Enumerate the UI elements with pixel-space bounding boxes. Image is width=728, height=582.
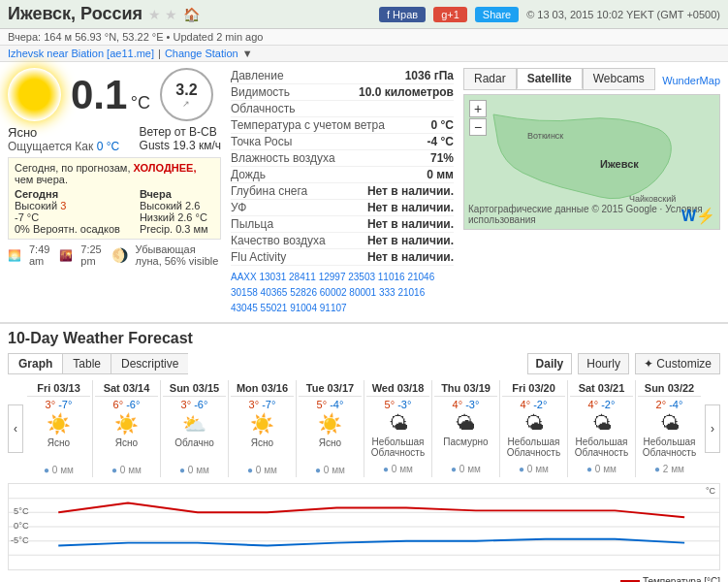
detail-value: Нет в наличии.	[367, 201, 454, 214]
temp-hi: 2°	[656, 399, 667, 410]
detail-value: Нет в наличии.	[367, 217, 454, 231]
star-icons: ★ ★	[148, 7, 177, 22]
temp-lo: -7°	[262, 399, 275, 410]
detail-label: Качество воздуха	[231, 234, 326, 247]
detail-row: Температура с учетом ветра0 °С	[231, 117, 454, 134]
temp-lo: -6°	[194, 399, 207, 410]
day-column: Sat 03/14 6° -6° ☀️ Ясно ● 0 мм	[93, 380, 161, 477]
tab-graph[interactable]: Graph	[8, 353, 62, 374]
wlink-numbers: АAXX 13031 28411 12997 23503 11016 21046…	[231, 270, 454, 316]
day-icon: ⛅	[163, 412, 226, 436]
day-temps: 4° -2°	[502, 399, 565, 410]
today-col: Сегодня Высокий 3 -7 °С 0% Вероятн. осад…	[15, 188, 120, 235]
tab-descriptive[interactable]: Descriptive	[111, 353, 188, 374]
yest-label: Вчера	[140, 188, 172, 200]
day-icon: 🌤	[570, 412, 633, 435]
day-column: Sun 03/15 3° -6° ⛅ Облачно ● 0 мм	[161, 380, 229, 477]
feels-like: Ощущается Как 0 °C	[8, 140, 119, 153]
prev-arrow-button[interactable]: ‹	[8, 404, 23, 453]
day-icon: 🌤	[638, 412, 701, 435]
tab-table[interactable]: Table	[62, 353, 111, 374]
sunset-icon: 🌇	[59, 249, 73, 262]
compass-value: 3.2	[175, 81, 197, 99]
detail-label: Температура с учетом ветра	[231, 118, 385, 132]
gplus-btn[interactable]: g+1	[433, 7, 467, 22]
day-column: Sun 03/22 2° -4° 🌤 Небольшая Облачность …	[636, 380, 703, 477]
day-precip: ● 0 мм	[231, 465, 294, 475]
temp-hi: 6°	[113, 399, 124, 410]
wundermap-link[interactable]: WunderMap	[662, 75, 720, 86]
detail-value: Нет в наличии.	[367, 184, 454, 198]
detail-row: ПыльцаНет в наличии.	[231, 216, 454, 233]
today-high: Высокий 3	[15, 200, 120, 211]
day-date: Mon 03/16	[231, 382, 294, 397]
map-wunder-logo: W⚡	[681, 207, 715, 225]
map-section: Radar Satellite Webcams WunderMap + − Иж…	[463, 68, 720, 316]
day-date: Sat 03/14	[95, 382, 158, 397]
detail-row: Flu ActivityНет в наличии.	[231, 249, 454, 266]
temp-lo: -3°	[397, 399, 411, 410]
day-date: Fri 03/20	[502, 382, 565, 397]
temp-unit: °C	[131, 93, 150, 113]
condition-text: Ясно	[8, 125, 119, 140]
station-link[interactable]: Izhevsk near Biation [ae11.me]	[8, 48, 154, 59]
day-icon: 🌤	[502, 412, 565, 435]
temp-chart-svg: 5°C 0°C -5°C	[9, 484, 719, 569]
day-date: Sun 03/22	[638, 382, 701, 397]
day-icon: ☀️	[231, 412, 294, 436]
tab-radar[interactable]: Radar	[463, 68, 517, 89]
tab-webcams[interactable]: Webcams	[583, 68, 655, 89]
day-temps: 2° -4°	[638, 399, 701, 410]
day-precip: ● 0 мм	[366, 464, 429, 474]
day-column: Sat 03/21 4° -2° 🌤 Небольшая Облачность …	[568, 380, 636, 477]
day-temps: 4° -2°	[570, 399, 633, 410]
zoom-out-button[interactable]: −	[469, 118, 487, 136]
compass: 3.2 ↗	[160, 68, 213, 121]
wind-dir: Ветер от В-СВ	[140, 125, 221, 139]
day-column: Thu 03/19 4° -3° 🌥 Пасмурно ● 0 мм	[432, 380, 500, 477]
svg-text:5°C: 5°C	[14, 506, 29, 516]
detail-label: Влажность воздуха	[231, 151, 335, 165]
detail-value: Нет в наличии.	[367, 250, 454, 264]
temp-legend-item: Температура [°С]	[620, 576, 720, 582]
detail-value: 1036 гПа	[405, 69, 454, 82]
day-precip: ● 0 мм	[434, 464, 497, 474]
day-desc: Небольшая Облачность	[502, 436, 565, 464]
day-icon: ☀️	[95, 412, 158, 436]
day-date: Sun 03/15	[163, 382, 226, 397]
station-row: Вчера: 164 м 56.93 °N, 53.22 °E • Update…	[0, 29, 728, 46]
temp-legend-label: Температура [°С]	[643, 576, 720, 582]
detail-value: -4 °С	[427, 135, 454, 148]
forecast-section: 10-Day Weather Forecast Graph Table Desc…	[0, 323, 728, 582]
temp-hi: 5°	[317, 399, 328, 410]
detail-row: Качество воздухаНет в наличии.	[231, 233, 454, 249]
day-column: Fri 03/13 3° -7° ☀️ Ясно ● 0 мм	[25, 380, 93, 477]
fc-right: Daily Hourly ✦ Customize	[527, 353, 720, 374]
detail-label: Пыльца	[231, 217, 273, 231]
day-desc: Ясно	[27, 437, 90, 465]
toggle-hourly[interactable]: Hourly	[578, 353, 629, 374]
customize-button[interactable]: ✦ Customize	[635, 353, 720, 374]
zoom-in-button[interactable]: +	[469, 100, 487, 117]
share-button[interactable]: Share	[475, 7, 519, 22]
map-tabs: Radar Satellite Webcams	[463, 68, 655, 90]
condition-block: Ясно Ощущается Как 0 °C	[8, 125, 119, 153]
temp-hi: 5°	[385, 399, 396, 410]
detail-row: Дождь0 мм	[231, 167, 454, 183]
tab-satellite[interactable]: Satellite	[517, 68, 583, 89]
day-temps: 3° -7°	[27, 399, 90, 410]
detail-value: 10.0 километров	[359, 85, 454, 99]
temp-lo: -2°	[533, 399, 547, 410]
toggle-daily[interactable]: Daily	[527, 353, 573, 374]
facebook-btn[interactable]: f Нрав	[379, 7, 426, 22]
day-desc: Небольшая Облачность	[638, 436, 701, 464]
map-container: + − Ижевск Воткинск Чайковский Картограф…	[463, 94, 720, 230]
svg-text:-5°C: -5°C	[11, 535, 29, 545]
detail-value: 71%	[430, 151, 454, 165]
weather-main: 0.1 °C 3.2 ↗ Ясно Ощущается Как 0 °C Вет…	[0, 62, 728, 323]
forecast-row: Сегодня Высокий 3 -7 °С 0% Вероятн. осад…	[15, 188, 214, 235]
change-station[interactable]: Change Station	[165, 48, 238, 59]
next-arrow-button[interactable]: ›	[705, 404, 720, 453]
temp-hi: 3°	[249, 399, 260, 410]
detail-value: 0 мм	[427, 168, 454, 181]
